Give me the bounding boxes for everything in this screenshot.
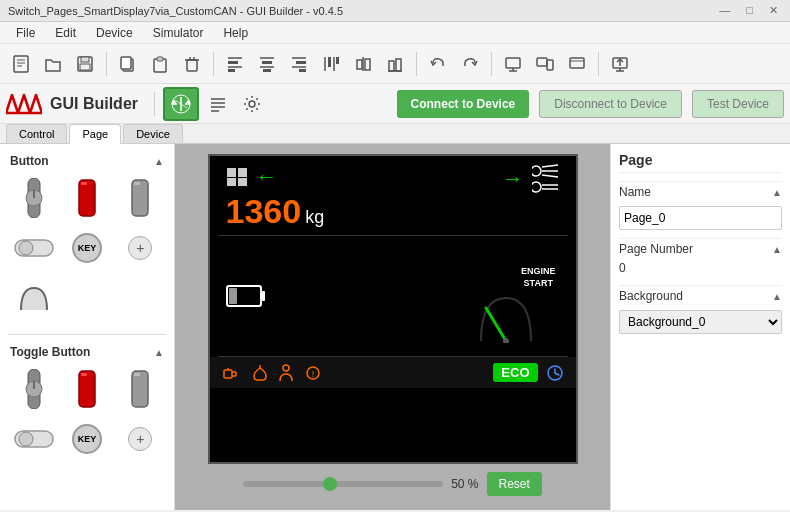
service-warning-icon: ! [304,364,322,382]
button-section-arrow[interactable]: ▲ [154,156,164,167]
page-view-button[interactable] [163,87,199,121]
widget-key-button2[interactable]: KEY [63,417,110,461]
widget-toggle-knob[interactable] [10,176,57,220]
tab-device[interactable]: Device [123,124,183,143]
widget-key-button[interactable]: KEY [63,226,110,270]
name-arrow[interactable]: ▲ [772,187,782,198]
background-select[interactable]: Background_0 Background_1 Background_2 [619,310,782,334]
engine-warning-icon [222,364,242,382]
properties-title: Page [619,152,782,173]
engine-start-line2: START [521,278,556,290]
dashboard-middle: ENGINE START [210,236,576,356]
screen3-button[interactable] [562,49,592,79]
properties-panel: Page Name ▲ Page Number ▲ 0 Background ▲ [610,144,790,510]
undo-button[interactable] [423,49,453,79]
page-number-arrow[interactable]: ▲ [772,244,782,255]
toggle-section-arrow[interactable]: ▲ [154,347,164,358]
svg-rect-94 [224,370,232,378]
background-header: Background ▲ [619,285,782,306]
page-number-header: Page Number ▲ [619,238,782,259]
window-title: Switch_Pages_SmartDisplay7via_CustomCAN … [8,5,343,17]
button-section-title: Button [10,154,49,168]
svg-line-105 [555,373,559,375]
connect-to-device-button[interactable]: Connect to Device [397,90,530,118]
widget-plus-button2[interactable]: + [117,417,164,461]
widget-oval-switch[interactable] [10,226,57,270]
tab-bar: Control Page Device [0,124,790,144]
menu-edit[interactable]: Edit [45,24,86,42]
headlight-icon-1 [532,164,560,178]
menu-help[interactable]: Help [213,24,258,42]
svg-rect-24 [296,61,306,64]
align-right-button[interactable] [284,49,314,79]
align-middle-button[interactable] [348,49,378,79]
menu-simulator[interactable]: Simulator [143,24,214,42]
minimize-button[interactable]: — [715,4,734,17]
save-button[interactable] [70,49,100,79]
paste-button[interactable] [145,49,175,79]
person-warning-icon [278,364,294,382]
zoom-thumb[interactable] [323,477,337,491]
align-center-button[interactable] [252,49,282,79]
warning-icons: ! [222,364,322,382]
svg-rect-79 [238,168,247,177]
tab-page[interactable]: Page [69,124,121,144]
svg-point-82 [532,166,541,176]
zoom-slider[interactable] [243,481,443,487]
widget-gray-button[interactable] [117,176,164,220]
toolbar-separator-1 [106,52,107,76]
widget-arch-button[interactable] [10,276,57,320]
svg-point-100 [283,365,289,371]
dashboard-left: ← 1360 kg [226,164,325,231]
weight-value: 1360 [226,192,302,231]
main-toolbar [0,44,790,84]
align-left-button[interactable] [220,49,250,79]
widget-red-button2[interactable] [63,367,110,411]
align-top-button[interactable] [316,49,346,79]
canvas-display[interactable]: ← 1360 kg → [208,154,578,464]
copy-button[interactable] [113,49,143,79]
test-device-button[interactable]: Test Device [692,90,784,118]
upload-button[interactable] [605,49,635,79]
disconnect-device-button[interactable]: Disconnect to Device [539,90,682,118]
svg-rect-8 [121,57,131,69]
widget-red-button[interactable] [63,176,110,220]
widget-gray-button2[interactable] [117,367,164,411]
headlight-icon-2 [532,180,560,194]
list-view-button[interactable] [203,89,233,119]
maximize-button[interactable]: □ [742,4,757,17]
screen2-button[interactable] [530,49,560,79]
toolbar-separator-4 [491,52,492,76]
close-button[interactable]: ✕ [765,4,782,17]
toggle-section-title: Toggle Button [10,345,90,359]
dashboard-display: ← 1360 kg → [210,156,576,462]
widget-plus-button[interactable]: + [117,226,164,270]
name-input[interactable] [619,206,782,230]
window-controls: — □ ✕ [715,4,782,17]
menu-file[interactable]: File [6,24,45,42]
widget-toggle-knob2[interactable] [10,367,57,411]
svg-rect-30 [336,57,339,64]
settings-button[interactable] [237,89,267,119]
reset-button[interactable]: Reset [487,472,542,496]
menu-device[interactable]: Device [86,24,143,42]
open-button[interactable] [38,49,68,79]
svg-point-68 [19,241,33,255]
dashboard-bottom: ! ECO [210,357,576,388]
eco-badge: ECO [493,363,537,382]
page-toolbar: GUI Builder Connect to Device Disconnect… [0,84,790,124]
redo-button[interactable] [455,49,485,79]
svg-rect-81 [238,178,247,186]
plus-icon2: + [128,427,152,451]
align-bottom-button[interactable] [380,49,410,79]
delete-button[interactable] [177,49,207,79]
svg-rect-64 [81,182,87,185]
plus-icon: + [128,236,152,260]
gauge-area [476,293,536,346]
button-section: Button ▲ [0,144,174,334]
background-arrow[interactable]: ▲ [772,291,782,302]
tab-control[interactable]: Control [6,124,67,143]
screen1-button[interactable] [498,49,528,79]
new-page-button[interactable] [6,49,36,79]
widget-oval-switch2[interactable] [10,417,57,461]
